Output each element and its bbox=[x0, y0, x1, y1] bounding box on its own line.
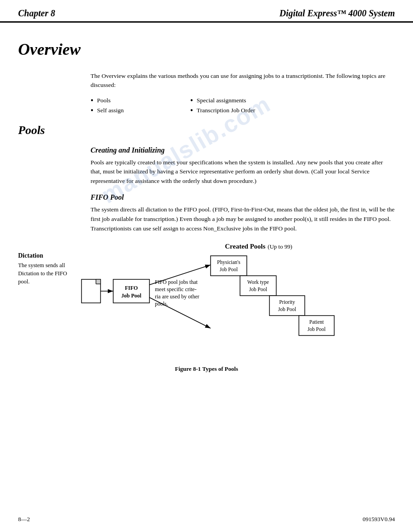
bullet-2-col1: • Self assign bbox=[91, 106, 163, 115]
svg-text:meet specific crite-: meet specific crite- bbox=[155, 286, 197, 292]
header: Chapter 8 Digital Express™ 4000 System bbox=[0, 0, 413, 23]
diagram-area: Created Pools (Up to 99) Dictation The s… bbox=[18, 243, 395, 373]
overview-body: The Overview explains the various method… bbox=[91, 72, 395, 115]
bullet-selfassign: Self assign bbox=[97, 107, 124, 114]
svg-text:Physician's: Physician's bbox=[217, 259, 240, 265]
dictation-label: Dictation bbox=[18, 252, 77, 259]
bullet-2-col2: • Transcription Job Order bbox=[190, 106, 290, 115]
fifo-heading: FIFO Pool bbox=[91, 193, 395, 201]
footer-version: 091593V0.94 bbox=[363, 516, 395, 523]
dictation-desc: The system sends all Dictation to the FI… bbox=[18, 261, 77, 286]
header-chapter: Chapter 8 bbox=[18, 8, 55, 19]
bullet-list: • Pools • Special assignments • Self ass… bbox=[91, 96, 395, 115]
created-pools-label: Created Pools bbox=[225, 243, 265, 250]
bullet-special: Special assignments bbox=[197, 97, 246, 104]
svg-rect-22 bbox=[299, 316, 334, 335]
bullet-transcription: Transcription Job Order bbox=[197, 107, 255, 114]
figure-caption: Figure 8-1 Types of Pools bbox=[18, 365, 395, 373]
footer-page: 8—2 bbox=[18, 516, 30, 523]
svg-text:Job Pool: Job Pool bbox=[249, 287, 267, 292]
svg-line-12 bbox=[149, 297, 211, 328]
bullet-dot-2: • bbox=[190, 96, 193, 105]
footer: 8—2 091593V0.94 bbox=[18, 516, 395, 523]
svg-text:ria are used by other: ria are used by other bbox=[155, 293, 199, 300]
svg-text:Job Pool: Job Pool bbox=[121, 292, 142, 299]
svg-rect-16 bbox=[240, 276, 276, 296]
svg-rect-19 bbox=[269, 296, 305, 316]
bullet-1-col2: • Special assignments bbox=[190, 96, 290, 105]
svg-rect-2 bbox=[96, 279, 101, 284]
svg-text:FIFO pool jobs that: FIFO pool jobs that bbox=[155, 279, 198, 285]
created-pools-sub: (Up to 99) bbox=[268, 243, 292, 250]
pools-body: Creating and Initializing Pools are typi… bbox=[91, 146, 395, 234]
bullet-dot-3: • bbox=[91, 106, 93, 115]
svg-text:Patient: Patient bbox=[309, 319, 324, 325]
svg-rect-13 bbox=[211, 256, 247, 276]
header-title: Digital Express™ 4000 System bbox=[279, 8, 395, 19]
bullet-dot-4: • bbox=[190, 106, 193, 115]
svg-text:Job Pool: Job Pool bbox=[307, 326, 326, 332]
pools-title: Pools bbox=[18, 124, 395, 137]
bullet-1-col1: • Pools bbox=[91, 96, 163, 105]
diagram-svg: FIFO Job Pool FIFO pool jobs that meet s… bbox=[77, 252, 358, 356]
svg-text:Job Pool: Job Pool bbox=[278, 307, 296, 312]
bullet-dot-1: • bbox=[91, 96, 93, 105]
svg-text:Work type: Work type bbox=[247, 279, 269, 285]
overview-title: Overview bbox=[18, 40, 395, 59]
svg-text:Job Pool: Job Pool bbox=[220, 267, 238, 272]
overview-intro: The Overview explains the various method… bbox=[91, 72, 395, 90]
svg-text:Priority: Priority bbox=[279, 299, 295, 305]
creating-text: Pools are typically created to meet your… bbox=[91, 158, 395, 187]
main-content: Overview The Overview explains the vario… bbox=[0, 23, 413, 391]
diagram-svg-container: FIFO Job Pool FIFO pool jobs that meet s… bbox=[77, 252, 395, 358]
svg-text:FIFO: FIFO bbox=[125, 285, 138, 291]
bullet-pools: Pools bbox=[97, 97, 110, 104]
svg-rect-4 bbox=[113, 279, 149, 303]
creating-heading: Creating and Initializing bbox=[91, 146, 395, 154]
page: manualslib.com Chapter 8 Digital Express… bbox=[0, 0, 413, 532]
fifo-text: The system directs all dictation to the … bbox=[91, 205, 395, 234]
